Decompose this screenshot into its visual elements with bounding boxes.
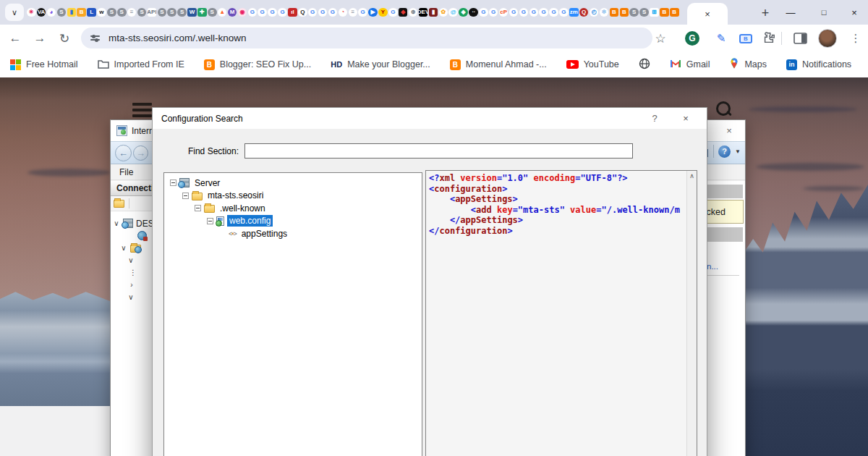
tree-expander-icon[interactable]: ∨ — [113, 219, 120, 227]
tab-favicon[interactable]: G — [559, 8, 569, 17]
tree-collapse-box[interactable] — [170, 180, 176, 186]
tab-favicon[interactable]: M — [228, 8, 237, 17]
tab-favicon[interactable]: cP — [499, 8, 509, 17]
tab-favicon[interactable]: ◈ — [459, 8, 468, 17]
new-tab-button[interactable]: + — [757, 4, 774, 22]
back-icon[interactable]: ← — [7, 30, 23, 46]
xml-content[interactable]: <?xml version="1.0" encoding="UTF-8"?><c… — [426, 171, 686, 456]
tree-collapse-box[interactable] — [195, 205, 201, 211]
dialog-help-button[interactable]: ? — [644, 108, 665, 129]
tree-label[interactable]: mta-sts.seosiri — [205, 190, 265, 201]
tab-favicon[interactable]: ◉ — [238, 8, 247, 17]
tab-favicon[interactable]: G — [258, 8, 267, 17]
tab-favicon[interactable]: G — [509, 8, 519, 17]
site-settings-icon[interactable] — [90, 35, 100, 41]
url-text[interactable]: mta-sts.seosiri.com/.well-known — [109, 33, 247, 43]
find-section-input[interactable] — [244, 143, 633, 159]
tab-search-button[interactable]: ∨ — [5, 4, 24, 21]
bookmark-item[interactable] — [639, 58, 650, 72]
bookmark-item[interactable]: YouTube — [566, 59, 619, 69]
tree-label[interactable]: appSettings — [239, 228, 289, 240]
tab-favicon[interactable]: G — [248, 8, 258, 17]
iis-action-link[interactable]: n... — [707, 262, 718, 271]
window-close-button[interactable]: × — [839, 0, 868, 25]
bookmark-item[interactable]: BBlogger: SEO Fix Up... — [204, 59, 311, 70]
tab-favicon[interactable]: S — [177, 8, 187, 17]
bookmark-item[interactable]: inNotifications — [786, 59, 851, 70]
dialog-title-bar[interactable]: Configuration Search ? × — [153, 108, 707, 129]
tab-favicon[interactable]: B — [620, 8, 629, 17]
tab-favicon[interactable]: G — [519, 8, 529, 17]
bookmark-item[interactable]: HDMake your Blogger... — [331, 59, 430, 69]
config-tree-item[interactable]: .well-known — [164, 202, 422, 215]
profile-avatar[interactable] — [817, 30, 838, 46]
tab-favicon[interactable]: G — [529, 8, 539, 17]
tab-favicon[interactable]: S — [629, 8, 639, 17]
tab-favicon[interactable]: w — [97, 8, 106, 17]
tab-favicon[interactable]: G — [489, 8, 498, 17]
bookmark-item[interactable]: Free Hotmail — [10, 59, 78, 70]
tree-expander-icon[interactable]: ⋮ — [129, 269, 137, 276]
tree-expander-icon[interactable]: ∨ — [120, 244, 127, 252]
reload-icon[interactable]: ↻ — [56, 30, 72, 46]
tab-favicon[interactable]: G — [539, 8, 548, 17]
tab-favicon[interactable]: B — [660, 8, 669, 17]
tree-expander-icon[interactable]: › — [128, 281, 135, 289]
scroll-up-arrow[interactable]: ∧ — [687, 172, 697, 180]
tab-favicon[interactable]: Y — [378, 8, 388, 17]
search-icon[interactable] — [716, 101, 733, 120]
tree-collapse-box[interactable] — [207, 218, 213, 224]
tab-favicon[interactable]: ∙∙ — [469, 8, 478, 17]
tab-favicon[interactable]: ✚ — [197, 8, 207, 17]
vertical-scrollbar[interactable]: ∧ ∨ — [686, 171, 697, 456]
iis-menu-file[interactable]: File — [119, 167, 133, 177]
tree-expander-icon[interactable]: ∨ — [127, 256, 135, 264]
bookmark-item[interactable]: Maps — [729, 57, 767, 72]
tab-favicon[interactable]: B — [670, 8, 679, 17]
tab-favicon[interactable]: @ — [448, 8, 458, 17]
tab-favicon[interactable]: G — [268, 8, 277, 17]
tab-favicon[interactable]: Q — [298, 8, 307, 17]
tab-close-icon[interactable]: × — [705, 9, 710, 20]
tab-favicon[interactable]: W — [187, 8, 197, 17]
tab-favicon[interactable]: S — [167, 8, 176, 17]
hamburger-menu-icon[interactable] — [132, 103, 152, 117]
tab-favicon[interactable]: G — [318, 8, 328, 17]
tab-favicon[interactable]: ❄ — [600, 8, 609, 17]
tree-collapse-box[interactable] — [182, 193, 189, 199]
grammarly-extension-icon[interactable]: G — [683, 30, 702, 46]
tab-favicon[interactable]: S — [107, 8, 116, 17]
config-tree-item[interactable]: mta-sts.seosiri — [164, 190, 422, 203]
tab-favicon[interactable]: S — [57, 8, 67, 17]
iis-help-dropdown-icon[interactable]: ▼ — [735, 148, 741, 155]
config-tree-item[interactable]: Server — [164, 177, 422, 190]
tab-favicon[interactable]: G — [479, 8, 488, 17]
extensions-puzzle-icon[interactable] — [760, 30, 778, 46]
tab-favicon[interactable]: ▮ — [67, 8, 77, 17]
forward-icon[interactable]: → — [32, 30, 48, 46]
bookmark-item[interactable]: Imported From IE — [98, 59, 184, 71]
tab-favicon[interactable]: S — [117, 8, 127, 17]
tab-favicon[interactable]: G — [328, 8, 338, 17]
save-connections-icon[interactable] — [114, 200, 124, 208]
tree-expander-icon[interactable]: ∨ — [127, 293, 135, 301]
tab-favicon[interactable]: ≡ — [127, 8, 137, 17]
tab-favicon[interactable]: L — [87, 8, 96, 17]
bookmark-item[interactable]: Gmail — [670, 59, 710, 70]
bookmark-star-icon[interactable]: ☆ — [651, 30, 670, 46]
tab-favicon[interactable]: ◴ — [590, 8, 599, 17]
tab-favicon[interactable]: ⊞ — [650, 8, 659, 17]
tab-favicon[interactable]: ≡ — [349, 8, 358, 17]
window-minimize-button[interactable]: — — [775, 0, 806, 25]
config-tree-item[interactable]: <•>appSettings — [164, 227, 422, 240]
iis-forward-button[interactable]: → — [133, 145, 148, 161]
tab-favicon[interactable]: S — [639, 8, 649, 17]
tab-favicon[interactable]: ⊕ — [409, 8, 418, 17]
tree-label-selected[interactable]: web.config — [227, 215, 273, 227]
tab-favicon[interactable]: ▮ — [429, 8, 438, 17]
tab-favicon[interactable]: G — [388, 8, 398, 17]
tab-favicon[interactable]: ▲ — [218, 8, 227, 17]
tab-favicon[interactable]: G — [549, 8, 558, 17]
iis-help-icon[interactable]: ? — [718, 145, 731, 158]
tab-favicon[interactable]: DEV — [419, 8, 428, 17]
